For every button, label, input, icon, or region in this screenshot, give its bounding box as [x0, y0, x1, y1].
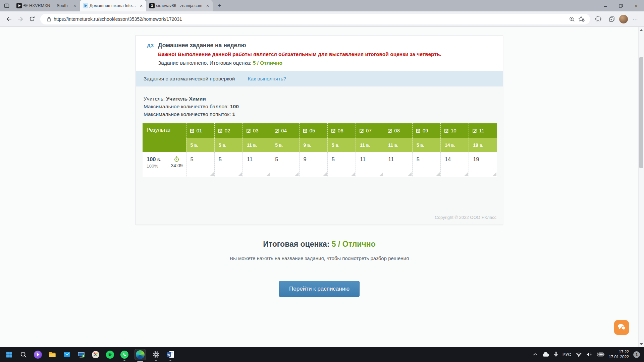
task-header-04[interactable]: 04	[271, 123, 299, 138]
colorful-app-icon[interactable]	[91, 350, 100, 359]
tray-chevron-icon[interactable]	[533, 353, 537, 356]
task-score-07[interactable]: 11	[356, 152, 384, 177]
word-icon[interactable]: W	[166, 350, 175, 359]
more-icon[interactable]: ⋯	[630, 14, 641, 24]
checkbox-icon	[303, 128, 308, 133]
whatsapp-icon[interactable]	[120, 350, 129, 359]
scrollbar-thumb[interactable]	[639, 57, 643, 168]
tray-clock[interactable]: 17:22 17.01.2022	[609, 350, 629, 360]
close-icon[interactable]: ×	[72, 3, 78, 9]
task-header-09[interactable]: 09	[412, 123, 440, 138]
homework-grade: 5 / Отлично	[253, 60, 282, 66]
restore-button[interactable]	[613, 0, 629, 11]
spotify-icon[interactable]	[106, 350, 114, 359]
battery-charging-icon[interactable]	[596, 352, 604, 357]
task-header-10[interactable]: 10	[440, 123, 469, 138]
task-score-11[interactable]: 19	[469, 152, 497, 177]
autocheck-bar: Задания с автоматической проверкой Как в…	[136, 71, 503, 86]
task-header-01[interactable]: 01	[186, 123, 214, 138]
search-icon[interactable]	[19, 350, 28, 359]
task-score-05[interactable]: 9	[299, 152, 327, 177]
task-score-02[interactable]: 5	[214, 152, 243, 177]
screen: HXVRMXN — South × Домашняя школа Interne…	[0, 0, 644, 362]
page-fold-icon	[323, 172, 327, 176]
task-score-04[interactable]: 5	[271, 152, 299, 177]
minimize-button[interactable]: –	[598, 0, 613, 11]
task-header-05[interactable]: 05	[299, 123, 327, 138]
notification-badge[interactable]: 1	[633, 351, 640, 358]
scroll-down-icon[interactable]	[639, 341, 644, 347]
task-score-03[interactable]: 11	[243, 152, 271, 177]
wifi-icon[interactable]	[576, 352, 582, 357]
speaker-icon[interactable]	[23, 3, 28, 8]
task-max-points-10: 14 Б.	[440, 138, 469, 152]
scroll-up-icon[interactable]	[639, 27, 644, 33]
back-icon[interactable]	[3, 13, 15, 25]
how-to-link[interactable]: Как выполнять?	[248, 76, 286, 82]
toolbar-divider	[605, 16, 605, 22]
file-explorer-icon[interactable]	[48, 350, 57, 359]
collections-icon[interactable]	[606, 14, 617, 24]
task-score-06[interactable]: 5	[327, 152, 356, 177]
chat-bubbles-icon	[617, 323, 626, 332]
close-window-button[interactable]: ×	[629, 0, 644, 11]
svg-text:W: W	[167, 353, 170, 356]
zoom-in-icon[interactable]	[567, 14, 577, 24]
znanija-3-icon: 3	[149, 3, 155, 8]
tab-title: Домашняя школа InternetUrok.	[90, 3, 137, 8]
star-add-icon[interactable]	[577, 14, 586, 24]
tab-actions-icon[interactable]	[0, 0, 13, 11]
refresh-icon[interactable]	[26, 13, 38, 25]
tab-interneturok[interactable]: Домашняя школа InternetUrok. ×	[80, 0, 146, 11]
page-fold-icon	[210, 172, 214, 176]
result-header: Результат	[143, 123, 186, 152]
play-icon	[16, 3, 22, 8]
volume-icon[interactable]	[586, 352, 592, 357]
schedule-button[interactable]: Перейти к расписанию	[279, 281, 360, 297]
task-score-10[interactable]: 14	[440, 152, 469, 177]
profile-avatar[interactable]	[619, 15, 628, 23]
chat-button[interactable]	[614, 320, 629, 335]
max-attempts-line: Максимальное количество попыток: 1	[144, 110, 503, 118]
close-icon[interactable]: ×	[205, 3, 211, 9]
mail-icon[interactable]	[62, 350, 71, 359]
task-header-07[interactable]: 07	[356, 123, 384, 138]
final-grade: 5 / Отлично	[332, 240, 376, 248]
close-icon[interactable]: ×	[138, 3, 144, 9]
total-percent: 100%	[147, 164, 161, 169]
task-score-09[interactable]: 5	[412, 152, 440, 177]
new-tab-button[interactable]: +	[215, 1, 224, 10]
homework-header: ДЗ Домашнее задание на неделю Важно! Вып…	[136, 36, 503, 71]
dz-badge: ДЗ	[147, 42, 158, 49]
microphone-icon[interactable]	[554, 352, 558, 357]
yandex-alice-icon[interactable]	[34, 350, 42, 359]
task-max-points-02: 5 Б.	[214, 138, 243, 152]
homework-status: Задание выполнено. Итоговая оценка: 5 / …	[158, 60, 495, 66]
url-field[interactable]: https://interneturok.ru/school/lesson/35…	[40, 14, 590, 24]
remote-desktop-icon[interactable]	[77, 350, 86, 359]
task-header-08[interactable]: 08	[384, 123, 412, 138]
task-score-08[interactable]: 11	[384, 152, 412, 177]
edge-icon[interactable]	[135, 349, 146, 360]
system-tray: РУС 17:22 17.01.2022 1	[533, 350, 644, 360]
task-header-06[interactable]: 06	[327, 123, 356, 138]
language-indicator[interactable]: РУС	[562, 352, 571, 357]
task-header-02[interactable]: 02	[214, 123, 243, 138]
windows-taskbar: W РУС 17:22 17.0	[0, 347, 644, 362]
interneturok-play-icon	[83, 3, 88, 8]
onedrive-icon[interactable]	[542, 352, 549, 357]
task-header-03[interactable]: 03	[243, 123, 271, 138]
url-text[interactable]: https://interneturok.ru/school/lesson/35…	[54, 16, 567, 22]
tab-media[interactable]: HXVRMXN — South ×	[13, 0, 80, 11]
settings-icon[interactable]	[152, 350, 160, 359]
start-button[interactable]	[5, 350, 13, 359]
forward-icon[interactable]	[15, 13, 26, 25]
lock-icon[interactable]	[44, 14, 54, 24]
task-score-01[interactable]: 5	[186, 152, 214, 177]
task-header-11[interactable]: 11	[469, 123, 497, 138]
extensions-icon[interactable]	[593, 14, 603, 24]
task-max-points-04: 5 Б.	[271, 138, 299, 152]
tab-znanija[interactable]: 3 siraevav86 - znanija.com ×	[146, 0, 213, 11]
page-scrollbar[interactable]	[638, 27, 644, 347]
tab-title: HXVRMXN — South	[29, 3, 70, 8]
